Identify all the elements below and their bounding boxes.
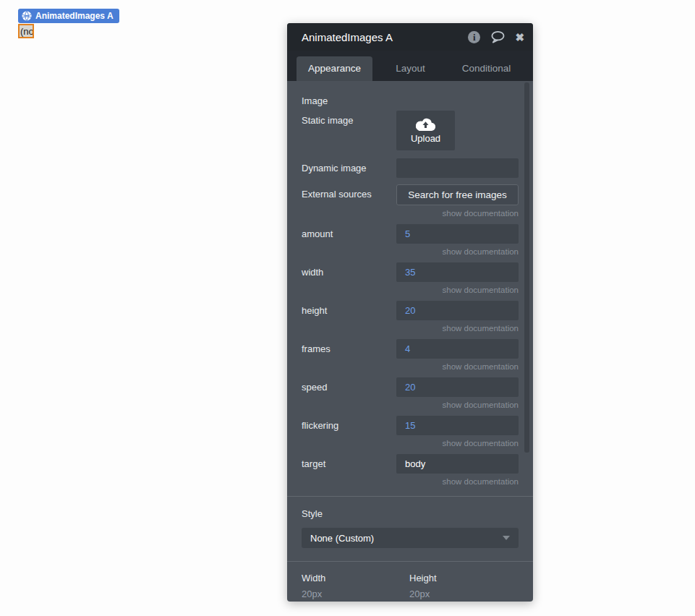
amount-row: amount 5 show documentation bbox=[302, 224, 519, 256]
chevron-down-icon bbox=[503, 536, 510, 540]
external-sources-row: External sources Search for free images … bbox=[302, 184, 519, 218]
width-label: width bbox=[302, 262, 396, 294]
cloud-upload-icon bbox=[416, 117, 435, 131]
external-sources-label: External sources bbox=[302, 184, 396, 218]
panel-title: AnimatedImages A bbox=[302, 31, 468, 43]
target-input[interactable]: body bbox=[396, 454, 519, 474]
element-badge-label: AnimatedImages A bbox=[35, 11, 114, 21]
width-input[interactable]: 35 bbox=[396, 262, 519, 282]
width-row: width 35 show documentation bbox=[302, 262, 519, 294]
show-documentation-link[interactable]: show documentation bbox=[396, 401, 519, 409]
show-documentation-link[interactable]: show documentation bbox=[396, 324, 519, 333]
panel-tabs: Appearance Layout Conditional bbox=[287, 51, 533, 81]
height-row: height 20 show documentation bbox=[302, 301, 519, 333]
show-documentation-link[interactable]: show documentation bbox=[396, 439, 519, 448]
amount-input[interactable]: 5 bbox=[396, 224, 519, 244]
upload-button[interactable]: Upload bbox=[396, 111, 455, 150]
frames-row: frames 4 show documentation bbox=[302, 339, 519, 371]
dim-height-value: 20px bbox=[409, 589, 517, 599]
element-badge[interactable]: AnimatedImages A bbox=[18, 9, 119, 23]
section-divider bbox=[287, 561, 533, 562]
show-documentation-link[interactable]: show documentation bbox=[396, 247, 519, 256]
upload-button-label: Upload bbox=[411, 133, 440, 144]
frames-label: frames bbox=[302, 339, 396, 371]
tab-appearance[interactable]: Appearance bbox=[297, 56, 372, 81]
show-documentation-link[interactable]: show documentation bbox=[396, 477, 519, 486]
style-dropdown[interactable]: None (Custom) bbox=[302, 528, 519, 548]
editor-canvas: { "canvas": { "badge": { "label": "Anima… bbox=[0, 0, 695, 616]
style-section-label: Style bbox=[302, 508, 519, 519]
panel-drag-handle[interactable]: AnimatedImages A i ✖ bbox=[287, 23, 533, 51]
image-section-label: Image bbox=[302, 95, 519, 106]
target-row: target body show documentation bbox=[302, 454, 519, 486]
flickering-row: flickering 15 show documentation bbox=[302, 416, 519, 448]
flickering-input[interactable]: 15 bbox=[396, 416, 519, 435]
panel-body: Image Static image Upload Dynamic image … bbox=[287, 81, 533, 602]
dim-width-label: Width bbox=[302, 573, 409, 583]
selected-element-text: (no bbox=[20, 26, 34, 37]
dim-height-label: Height bbox=[409, 573, 517, 583]
comment-icon[interactable] bbox=[490, 30, 506, 43]
flickering-label: flickering bbox=[302, 416, 396, 448]
property-editor-panel: AnimatedImages A i ✖ Appearance Layout C… bbox=[287, 23, 533, 602]
dim-width-value: 20px bbox=[302, 589, 409, 599]
height-input[interactable]: 20 bbox=[396, 301, 519, 320]
dynamic-image-label: Dynamic image bbox=[302, 158, 396, 178]
show-documentation-link[interactable]: show documentation bbox=[396, 362, 519, 371]
info-icon[interactable]: i bbox=[468, 31, 480, 43]
search-free-images-button[interactable]: Search for free images bbox=[396, 184, 519, 205]
dimensions-footer: Width 20px Height 20px bbox=[302, 573, 519, 599]
panel-scrollbar[interactable] bbox=[524, 82, 529, 453]
dynamic-image-input[interactable] bbox=[396, 158, 519, 178]
tab-conditional[interactable]: Conditional bbox=[448, 56, 524, 81]
section-divider bbox=[287, 496, 533, 497]
frames-input[interactable]: 4 bbox=[396, 339, 519, 359]
speed-label: speed bbox=[302, 377, 396, 409]
static-image-label: Static image bbox=[302, 111, 396, 150]
close-icon[interactable]: ✖ bbox=[515, 32, 524, 43]
show-documentation-link[interactable]: show documentation bbox=[396, 209, 519, 218]
static-image-row: Static image Upload bbox=[302, 111, 519, 150]
dynamic-image-row: Dynamic image bbox=[302, 158, 519, 178]
style-dropdown-value: None (Custom) bbox=[310, 533, 503, 544]
plugin-ball-icon bbox=[22, 11, 32, 21]
show-documentation-link[interactable]: show documentation bbox=[396, 286, 519, 294]
speed-input[interactable]: 20 bbox=[396, 377, 519, 397]
target-label: target bbox=[302, 454, 396, 486]
selected-element[interactable]: (no bbox=[18, 24, 34, 38]
speed-row: speed 20 show documentation bbox=[302, 377, 519, 409]
amount-label: amount bbox=[302, 224, 396, 256]
height-label: height bbox=[302, 301, 396, 333]
tab-layout[interactable]: Layout bbox=[372, 56, 448, 81]
